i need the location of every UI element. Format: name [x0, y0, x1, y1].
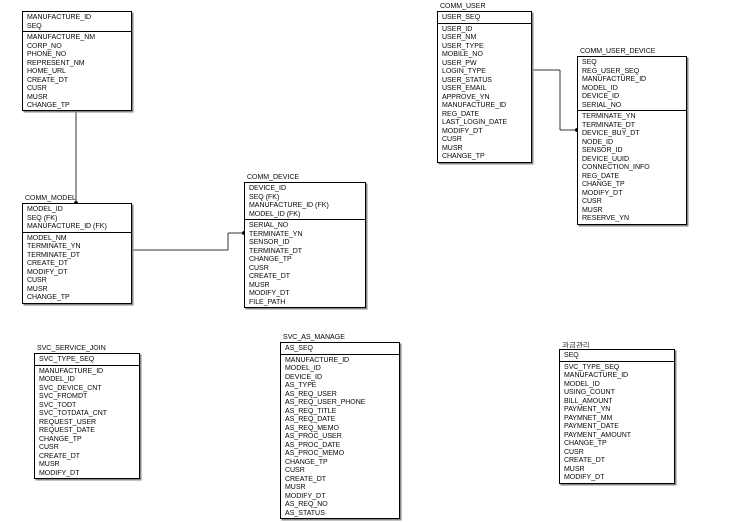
entity-comm-device: COMM_DEVICE DEVICE_ID SEQ (FK) MANUFACTU…	[244, 182, 366, 308]
pk-section: MODEL_ID SEQ (FK) MANUFACTURE_ID (FK)	[23, 204, 131, 232]
attr-field: CHANGE_TP	[582, 180, 682, 189]
attr-field: MODEL_ID	[564, 380, 670, 389]
attr-field: CUSR	[249, 264, 361, 273]
attr-field: PAYMNET_MM	[564, 414, 670, 423]
pk-field: MODEL_ID (FK)	[249, 210, 361, 219]
attr-field: REG_DATE	[442, 110, 527, 119]
attr-field: MODEL_ID	[39, 375, 135, 384]
attr-field: CUSR	[564, 448, 670, 457]
attr-field: MUSR	[564, 465, 670, 474]
attr-field: MODEL_ID	[285, 364, 395, 373]
pk-field: MODEL_ID	[582, 84, 682, 93]
attr-field: MANUFACTURE_ID	[39, 367, 135, 376]
attr-field: SVC_TODT	[39, 401, 135, 410]
attr-field: USER_ID	[442, 25, 527, 34]
entity-title: COMM_USER	[438, 2, 488, 9]
pk-section: SVC_TYPE_SEQ	[35, 354, 139, 365]
attr-field: MUSR	[285, 483, 395, 492]
attr-field: TERMINATE_DT	[27, 251, 127, 260]
attr-field: AS_STATUS	[285, 509, 395, 518]
entity-title: SVC_AS_MANAGE	[281, 333, 347, 340]
attr-field: CHANGE_TP	[249, 255, 361, 264]
attr-field: MANUFACTURE_ID	[285, 356, 395, 365]
attr-field: RESERVE_YN	[582, 214, 682, 223]
attr-field: SVC_TYPE_SEQ	[564, 363, 670, 372]
attr-field: DEVICE_BUY_DT	[582, 129, 682, 138]
attr-field: MODIFY_DT	[249, 289, 361, 298]
pk-field: MANUFACTURE_ID (FK)	[27, 222, 127, 231]
attr-field: BILL_AMOUNT	[564, 397, 670, 406]
entity-title: COMM_DEVICE	[245, 173, 301, 180]
pk-field: REG_USER_SEQ	[582, 67, 682, 76]
attr-field: AS_TYPE	[285, 381, 395, 390]
attr-field: CREATE_DT	[249, 272, 361, 281]
attr-field: APPROVE_YN	[442, 93, 527, 102]
attr-field: CONNECTION_INFO	[582, 163, 682, 172]
entity-svc-service-join: SVC_SERVICE_JOIN SVC_TYPE_SEQ MANUFACTUR…	[34, 353, 140, 479]
attr-field: CUSR	[39, 443, 135, 452]
attr-section: MODEL_NM TERMINATE_YN TERMINATE_DT CREAT…	[23, 232, 131, 303]
attr-section: MANUFACTURE_ID MODEL_ID DEVICE_ID AS_TYP…	[281, 354, 399, 519]
attr-field: USER_EMAIL	[442, 84, 527, 93]
attr-field: TERMINATE_DT	[249, 247, 361, 256]
attr-field: PAYMENT_AMOUNT	[564, 431, 670, 440]
attr-field: MODIFY_DT	[285, 492, 395, 501]
attr-field: MODIFY_DT	[564, 473, 670, 482]
entity-comm-manufacture: COMM_MANUFACTURE MANUFACTURE_ID SEQ MANU…	[22, 11, 132, 111]
pk-section: SEQ	[560, 350, 674, 361]
attr-field: SENSOR_ID	[582, 146, 682, 155]
attr-field: CUSR	[582, 197, 682, 206]
entity-svc-as-manage: SVC_AS_MANAGE AS_SEQ MANUFACTURE_ID MODE…	[280, 342, 400, 519]
attr-field: AS_REQ_MEMO	[285, 424, 395, 433]
attr-field: DEVICE_ID	[285, 373, 395, 382]
entity-comm-user: COMM_USER USER_SEQ USER_ID USER_NM USER_…	[437, 11, 532, 163]
attr-field: CHANGE_TP	[442, 152, 527, 161]
entity-title: SVC_SERVICE_JOIN	[35, 344, 108, 351]
attr-field: MUSR	[442, 144, 527, 153]
attr-field: MODEL_NM	[27, 234, 127, 243]
attr-field: PHONE_NO	[27, 50, 127, 59]
attr-section: MANUFACTURE_NM CORP_NO PHONE_NO REPRESEN…	[23, 31, 131, 111]
pk-field: SEQ	[564, 351, 670, 360]
attr-field: CREATE_DT	[27, 259, 127, 268]
entity-title: 과금관리	[560, 340, 592, 350]
pk-field: SERIAL_NO	[582, 101, 682, 110]
pk-field: SEQ	[582, 58, 682, 67]
attr-field: PAYMENT_DATE	[564, 422, 670, 431]
attr-field: AS_REQ_DATE	[285, 415, 395, 424]
pk-field: MANUFACTURE_ID	[582, 75, 682, 84]
attr-field: AS_REQ_USER	[285, 390, 395, 399]
attr-section: SVC_TYPE_SEQ MANUFACTURE_ID MODEL_ID USI…	[560, 361, 674, 483]
attr-field: CHANGE_TP	[39, 435, 135, 444]
attr-field: NODE_ID	[582, 138, 682, 147]
attr-field: MANUFACTURE_NM	[27, 33, 127, 42]
attr-field: USER_STATUS	[442, 76, 527, 85]
attr-field: CUSR	[27, 276, 127, 285]
pk-field: DEVICE_ID	[582, 92, 682, 101]
pk-section: SEQ REG_USER_SEQ MANUFACTURE_ID MODEL_ID…	[578, 57, 686, 110]
pk-field: SVC_TYPE_SEQ	[39, 355, 135, 364]
attr-field: FILE_PATH	[249, 298, 361, 307]
attr-field: AS_PROC_MEMO	[285, 449, 395, 458]
attr-field: TERMINATE_YN	[27, 242, 127, 251]
attr-field: MUSR	[27, 285, 127, 294]
attr-section: MANUFACTURE_ID MODEL_ID SVC_DEVICE_CNT S…	[35, 365, 139, 479]
attr-field: SENSOR_ID	[249, 238, 361, 247]
entity-title: COMM_MODEL	[23, 194, 78, 201]
attr-field: CREATE_DT	[27, 76, 127, 85]
entity-comm-user-device: COMM_USER_DEVICE SEQ REG_USER_SEQ MANUFA…	[577, 56, 687, 225]
attr-field: CUSR	[285, 466, 395, 475]
pk-field: USER_SEQ	[442, 13, 527, 22]
pk-field: SEQ (FK)	[249, 193, 361, 202]
attr-field: SVC_DEVICE_CNT	[39, 384, 135, 393]
entity-comm-model: COMM_MODEL MODEL_ID SEQ (FK) MANUFACTURE…	[22, 203, 132, 304]
attr-field: REG_DATE	[582, 172, 682, 181]
attr-field: SVC_TOTDATA_CNT	[39, 409, 135, 418]
attr-field: MUSR	[582, 206, 682, 215]
attr-field: USER_TYPE	[442, 42, 527, 51]
pk-section: MANUFACTURE_ID SEQ	[23, 12, 131, 31]
attr-field: MODIFY_DT	[442, 127, 527, 136]
attr-field: MUSR	[39, 460, 135, 469]
attr-field: CREATE_DT	[285, 475, 395, 484]
attr-field: TERMINATE_DT	[582, 121, 682, 130]
